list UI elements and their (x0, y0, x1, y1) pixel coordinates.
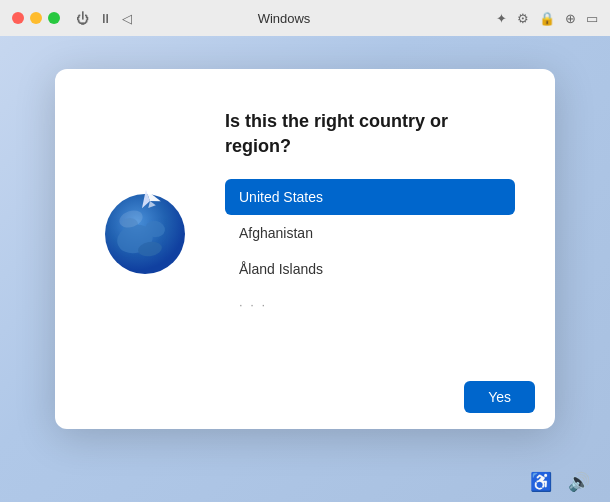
close-button[interactable] (12, 12, 24, 24)
card-content: Is this the right country or region? Uni… (55, 69, 555, 369)
window-icon[interactable]: ▭ (586, 11, 598, 26)
globe-illustration (95, 179, 195, 279)
window-title: Windows (80, 11, 488, 26)
country-item-more[interactable]: · · · (225, 287, 515, 322)
right-section: Is this the right country or region? Uni… (225, 109, 515, 349)
country-list: United States Afghanistan Åland Islands … (225, 179, 515, 349)
settings-icon[interactable]: ⚙ (517, 11, 529, 26)
maximize-button[interactable] (48, 12, 60, 24)
accessibility-icon[interactable]: ♿ (530, 471, 552, 493)
card-footer: Yes (55, 369, 555, 429)
country-item-aland-islands[interactable]: Åland Islands (225, 251, 515, 287)
country-item-united-states[interactable]: United States (225, 179, 515, 215)
share-icon[interactable]: ⊕ (565, 11, 576, 26)
yes-button[interactable]: Yes (464, 381, 535, 413)
minimize-button[interactable] (30, 12, 42, 24)
titlebar-right-icons: ✦ ⚙ 🔒 ⊕ ▭ (496, 11, 598, 26)
country-item-afghanistan[interactable]: Afghanistan (225, 215, 515, 251)
main-area: Is this the right country or region? Uni… (0, 36, 610, 462)
left-section (95, 109, 195, 349)
titlebar: ⏻ ⏸ ◁ Windows ✦ ⚙ 🔒 ⊕ ▭ (0, 0, 610, 36)
bottom-bar: ♿ 🔊 (0, 462, 610, 502)
question-title: Is this the right country or region? (225, 109, 515, 159)
sound-icon[interactable]: 🔊 (568, 471, 590, 493)
setup-card: Is this the right country or region? Uni… (55, 69, 555, 429)
traffic-lights (12, 12, 60, 24)
lock-icon[interactable]: 🔒 (539, 11, 555, 26)
brightness-icon[interactable]: ✦ (496, 11, 507, 26)
